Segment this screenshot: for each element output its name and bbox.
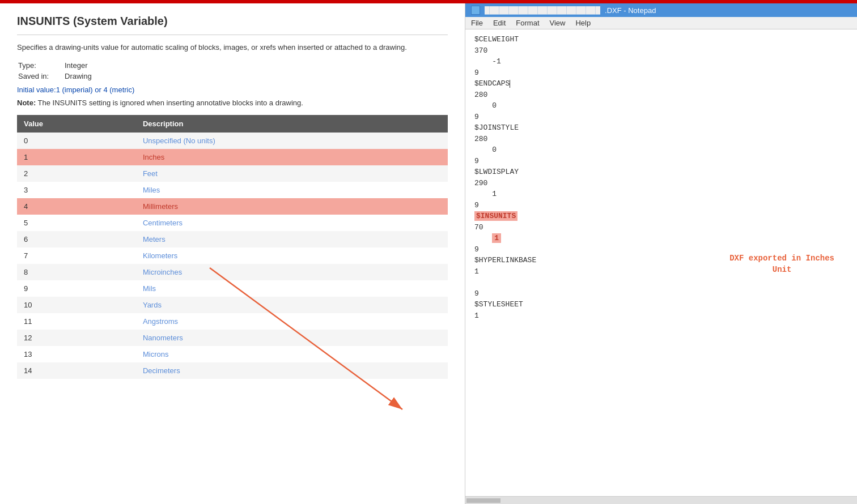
doc-panel: INSUNITS (System Variable) Specifies a d…	[0, 3, 465, 504]
divider	[17, 35, 448, 35]
cell-description: Microns	[136, 346, 448, 362]
col-value: Value	[17, 115, 136, 133]
notepad-panel: ████████████████████████ .DXF - Notepad …	[465, 3, 857, 504]
saved-label: Saved in:	[18, 71, 63, 81]
cell-description: Angstroms	[136, 313, 448, 330]
cell-description: Millimeters	[136, 198, 448, 215]
scrollbar-thumb[interactable]	[466, 498, 500, 503]
saved-value: Drawing	[65, 71, 92, 81]
notepad-menubar: File Edit Format View Help	[465, 17, 857, 29]
cell-description: Meters	[136, 231, 448, 247]
notepad-title: ████████████████████████	[485, 6, 600, 14]
code-70: 70	[474, 222, 848, 233]
note-label: Note:	[17, 99, 36, 107]
cell-value: 8	[17, 264, 136, 280]
code-1a: 1	[474, 189, 848, 200]
code-280a: 280	[474, 89, 848, 101]
code-370: 370	[474, 45, 848, 57]
file-icon	[471, 6, 480, 15]
initial-value: Initial value:1 (imperial) or 4 (metric)	[17, 86, 448, 94]
code-hyperlinkbase: $HYPERLINKBASE	[474, 255, 848, 266]
notepad-title-dxf: .DXF - Notepad	[605, 6, 656, 15]
meta-table: Type: Integer Saved in: Drawing	[17, 59, 93, 82]
table-row: 7Kilometers	[17, 247, 448, 264]
code-290: 290	[474, 178, 848, 189]
table-row: 8Microinches	[17, 264, 448, 280]
table-row: 1Inches	[17, 149, 448, 165]
cell-description: Centimeters	[136, 215, 448, 231]
notepad-content: $CELWEIGHT 370 -1 9 $ENDCAPS 280 0 9 $JO…	[465, 29, 857, 496]
cell-value: 11	[17, 313, 136, 330]
code-9d: 9	[474, 200, 848, 211]
cell-value: 9	[17, 280, 136, 297]
code-9b: 9	[474, 112, 848, 123]
data-table: Value Description 0Unspecified (No units…	[17, 115, 448, 379]
type-value: Integer	[65, 61, 92, 70]
menu-help[interactable]: Help	[575, 19, 591, 27]
code-9a: 9	[474, 67, 848, 79]
table-header-row: Value Description	[17, 115, 448, 133]
cell-value: 1	[17, 149, 136, 165]
code-0a: 0	[474, 100, 848, 112]
description: Specifies a drawing-units value for auto…	[17, 43, 448, 52]
menu-view[interactable]: View	[550, 19, 566, 27]
table-row: 11Angstroms	[17, 313, 448, 330]
note: Note: The INSUNITS setting is ignored wh…	[17, 99, 448, 107]
code-endcaps: $ENDCAPS	[474, 78, 848, 89]
cell-description: Nanometers	[136, 330, 448, 346]
cell-value: 4	[17, 198, 136, 215]
code-1c: 1	[474, 266, 848, 277]
table-row: 6Meters	[17, 231, 448, 247]
code-neg1: -1	[474, 56, 848, 67]
menu-format[interactable]: Format	[516, 19, 539, 27]
cell-description: Microinches	[136, 264, 448, 280]
note-text: The INSUNITS setting is ignored when ins…	[38, 99, 303, 107]
cell-description: Mils	[136, 280, 448, 297]
code-blank	[474, 277, 848, 288]
cell-value: 3	[17, 182, 136, 198]
cell-description: Feet	[136, 165, 448, 182]
code-9c: 9	[474, 156, 848, 167]
code-joinstyle: $JOINSTYLE	[474, 122, 848, 134]
menu-edit[interactable]: Edit	[493, 19, 506, 27]
code-celweight: $CELWEIGHT	[474, 34, 848, 45]
code-9f: 9	[474, 288, 848, 300]
table-row: 2Feet	[17, 165, 448, 182]
table-row: 3Miles	[17, 182, 448, 198]
table-row: 5Centimeters	[17, 215, 448, 231]
table-row: 14Decimeters	[17, 362, 448, 379]
code-280b: 280	[474, 134, 848, 145]
table-row: 12Nanometers	[17, 330, 448, 346]
table-row: 10Yards	[17, 297, 448, 313]
cell-description: Miles	[136, 182, 448, 198]
cell-value: 0	[17, 133, 136, 149]
code-stylesheet: $STYLESHEET	[474, 299, 848, 310]
scrollbar-track	[466, 498, 856, 503]
code-lwdisplay: $LWDISPLAY	[474, 166, 848, 178]
table-row: 9Mils	[17, 280, 448, 297]
table-row: 13Microns	[17, 346, 448, 362]
cell-value: 13	[17, 346, 136, 362]
cell-description: Decimeters	[136, 362, 448, 379]
cell-value: 5	[17, 215, 136, 231]
menu-file[interactable]: File	[471, 19, 483, 27]
cell-value: 14	[17, 362, 136, 379]
page-title: INSUNITS (System Variable)	[17, 15, 448, 28]
cell-value: 10	[17, 297, 136, 313]
notepad-scrollbar[interactable]	[465, 496, 857, 504]
cell-description: Kilometers	[136, 247, 448, 264]
cell-description: Yards	[136, 297, 448, 313]
cell-value: 7	[17, 247, 136, 264]
table-row: 4Millimeters	[17, 198, 448, 215]
cell-value: 12	[17, 330, 136, 346]
code-1d: 1	[474, 310, 848, 322]
cell-value: 6	[17, 231, 136, 247]
code-insunits: $INSUNITS	[474, 211, 848, 222]
code-9e: 9	[474, 244, 848, 255]
main-content: INSUNITS (System Variable) Specifies a d…	[0, 3, 857, 504]
cell-value: 2	[17, 165, 136, 182]
cell-description: Unspecified (No units)	[136, 133, 448, 149]
notepad-titlebar: ████████████████████████ .DXF - Notepad	[465, 3, 857, 17]
type-label: Type:	[18, 61, 63, 70]
code-1b: 1	[474, 233, 848, 244]
